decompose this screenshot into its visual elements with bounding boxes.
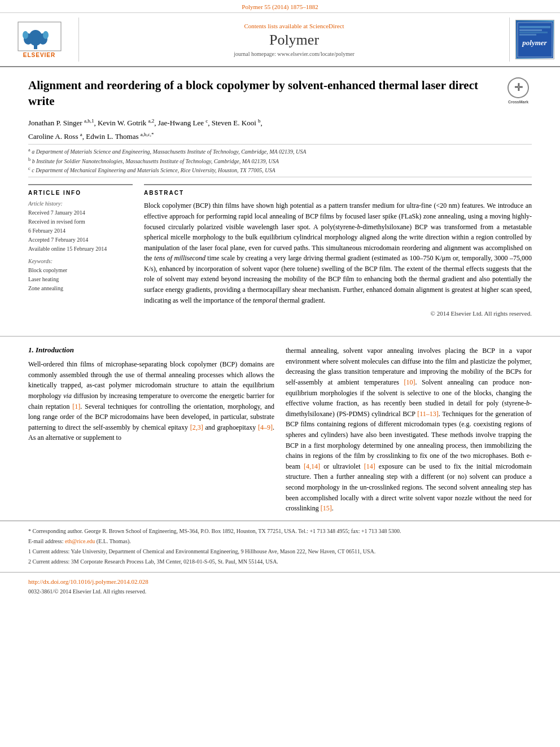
introduction-section: 1. Introduction Well-ordered thin films … <box>0 346 560 514</box>
doi-link[interactable]: http://dx.doi.org/10.1016/j.polymer.2014… <box>28 578 148 585</box>
svg-rect-10 <box>519 26 550 28</box>
polymer-journal-icon: polymer <box>517 21 553 58</box>
intro-para-left: Well-ordered thin films of microphase-se… <box>28 359 274 443</box>
affiliation-a: a a Department of Materials Science and … <box>28 147 532 156</box>
abstract-heading: ABSTRACT <box>144 190 532 196</box>
keywords-list: Block copolymer Laser heating Zone annea… <box>28 266 133 293</box>
introduction-heading: 1. Introduction <box>28 346 274 355</box>
article-title: Alignment and reordering of a block copo… <box>28 77 532 110</box>
svg-text:polymer: polymer <box>522 38 547 47</box>
introduction-left: 1. Introduction Well-ordered thin films … <box>28 346 274 514</box>
email-link[interactable]: eth@rice.edu <box>65 538 95 544</box>
authors-line-2: Caroline A. Ross a, Edwin L. Thomas a,b,… <box>28 131 532 142</box>
ref-1-link[interactable]: [1] <box>72 403 80 410</box>
ref-49-link[interactable]: [4–9] <box>258 423 273 431</box>
footnote-2: 2 Current address: 3M Corporate Research… <box>28 557 532 566</box>
copyright-notice: © 2014 Elsevier Ltd. All rights reserved… <box>144 310 532 317</box>
elsevier-tree-icon <box>17 21 62 52</box>
ref-23-link[interactable]: [2,3] <box>190 423 203 431</box>
affiliation-b: b b Institute for Soldier Nanotechnologi… <box>28 156 532 165</box>
intro-para-right: thermal annealing, solvent vapor anneali… <box>286 346 532 514</box>
section-divider <box>0 336 560 337</box>
journal-title: Polymer <box>269 32 319 49</box>
ref-15-link[interactable]: [15] <box>321 504 332 512</box>
svg-point-4 <box>23 31 28 39</box>
footnote-email: E-mail address: eth@rice.edu (E.L. Thoma… <box>28 537 532 545</box>
crossmark-badge: ✛ CrossMark <box>505 77 532 104</box>
ref-10-link[interactable]: [10] <box>404 378 415 386</box>
elsevier-logo-block: ELSEVIER <box>0 18 79 62</box>
elsevier-wordmark: ELSEVIER <box>23 52 55 58</box>
citation-text: Polymer 55 (2014) 1875–1882 <box>242 3 318 10</box>
journal-info-center: Contents lists available at ScienceDirec… <box>79 18 509 62</box>
abstract-text: Block copolymer (BCP) thin films have sh… <box>144 200 532 305</box>
svg-rect-11 <box>519 29 542 31</box>
keywords-section: Keywords: Block copolymer Laser heating … <box>28 258 133 293</box>
article-info-heading: ARTICLE INFO <box>28 190 133 196</box>
affiliations: a a Department of Materials Science and … <box>28 144 532 177</box>
article-info-column: ARTICLE INFO Article history: Received 7… <box>28 184 133 317</box>
affiliation-c: c c Department of Mechanical Engineering… <box>28 165 532 174</box>
polymer-logo-image: polymer <box>515 20 554 59</box>
authors-line-1: Jonathan P. Singer a,b,1, Kevin W. Gotri… <box>28 117 532 129</box>
article-dates: Received 7 January 2014 Received in revi… <box>28 208 133 254</box>
ref-14-link[interactable]: [14] <box>364 462 375 470</box>
issn-line: 0032-3861/© 2014 Elsevier Ltd. All right… <box>28 588 532 595</box>
bottom-links: http://dx.doi.org/10.1016/j.polymer.2014… <box>0 572 560 597</box>
svg-point-5 <box>43 31 49 39</box>
footnotes-section: * Corresponding author. George R. Brown … <box>0 521 560 572</box>
ref-1113-link[interactable]: [11–13] <box>417 410 439 418</box>
article-info-abstract: ARTICLE INFO Article history: Received 7… <box>28 184 532 317</box>
journal-citation: Polymer 55 (2014) 1875–1882 <box>0 0 560 13</box>
article-history: Article history: Received 7 January 2014… <box>28 200 133 254</box>
svg-rect-13 <box>519 34 536 36</box>
elsevier-branding: ELSEVIER <box>17 21 62 58</box>
abstract-column: ABSTRACT Block copolymer (BCP) thin film… <box>144 184 532 317</box>
ref-414-link[interactable]: [4,14] <box>304 462 320 470</box>
article-main: Alignment and reordering of a block copo… <box>0 67 560 327</box>
footnote-star: * Corresponding author. George R. Brown … <box>28 527 532 535</box>
polymer-logo: polymer <box>509 18 560 62</box>
svg-rect-12 <box>519 32 548 33</box>
journal-homepage: journal homepage: www.elsevier.com/locat… <box>234 51 355 57</box>
footnote-1: 1 Current address: Yale University, Depa… <box>28 547 532 556</box>
journal-header: ELSEVIER Contents lists available at Sci… <box>0 13 560 67</box>
introduction-right: thermal annealing, solvent vapor anneali… <box>286 346 532 514</box>
science-direct-line: Contents lists available at ScienceDirec… <box>244 23 344 29</box>
